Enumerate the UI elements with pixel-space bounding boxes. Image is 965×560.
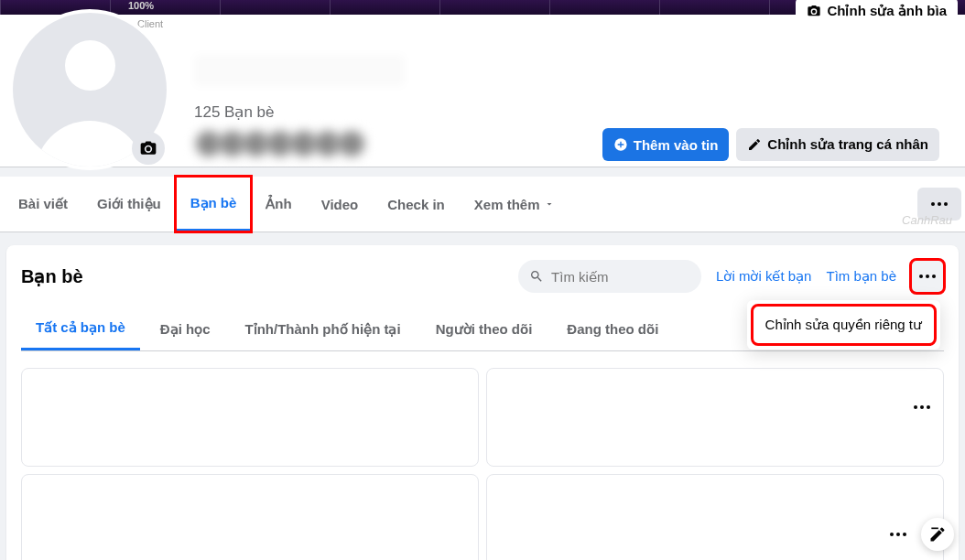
search-icon [529, 269, 544, 284]
change-avatar-button[interactable] [132, 132, 165, 165]
dots-horizontal-icon [919, 275, 936, 278]
friends-more-dropdown: Chỉnh sửa quyền riêng tư [747, 300, 940, 350]
dots-horizontal-icon [914, 405, 930, 409]
profile-tabs: Bài viết Giới thiệu Bạn bè Ảnh Video Che… [0, 177, 965, 232]
dots-horizontal-icon [931, 202, 948, 206]
edit-cover-label: Chỉnh sửa ảnh bìa [827, 3, 947, 19]
edit-profile-button[interactable]: Chỉnh sửa trang cá nhân [736, 128, 939, 161]
friend-avatars-strip[interactable] [194, 129, 405, 158]
friend-card-more-button[interactable] [914, 405, 930, 409]
sub-tab-university[interactable]: Đại học [146, 307, 225, 350]
friends-card: Bạn bè Lời mời kết bạn Tìm bạn bè Chỉnh … [6, 245, 959, 560]
watermark-label: CanhRau [902, 213, 952, 227]
pencil-icon [747, 137, 762, 152]
edit-cover-button[interactable]: Chỉnh sửa ảnh bìa [796, 0, 958, 25]
tab-about[interactable]: Giới thiệu [82, 177, 176, 232]
tab-friends[interactable]: Bạn bè [176, 177, 252, 232]
friends-search-input[interactable] [551, 269, 690, 285]
tab-checkins[interactable]: Check in [373, 177, 460, 232]
sub-tab-following[interactable]: Đang theo dõi [552, 307, 673, 350]
friends-more-button[interactable] [911, 260, 944, 293]
sub-tab-followers[interactable]: Người theo dõi [421, 307, 548, 350]
add-to-story-label: Thêm vào tin [634, 137, 719, 153]
tab-videos[interactable]: Video [307, 177, 374, 232]
floating-actions [890, 518, 954, 551]
tab-more[interactable]: Xem thêm [460, 177, 569, 232]
tab-photos[interactable]: Ảnh [251, 177, 306, 232]
floating-compose-button[interactable] [921, 518, 954, 551]
friend-card[interactable] [21, 368, 479, 467]
floating-more[interactable] [890, 533, 906, 536]
edit-privacy-menu-item[interactable]: Chỉnh sửa quyền riêng tư [754, 307, 933, 342]
friend-requests-link[interactable]: Lời mời kết bạn [716, 268, 811, 285]
friend-card[interactable] [21, 474, 479, 560]
friends-count-label[interactable]: 125 Bạn bè [194, 102, 405, 122]
camera-icon [807, 4, 821, 18]
friends-search-box[interactable] [518, 260, 701, 293]
profile-name-blurred [194, 55, 405, 86]
camera-icon [139, 139, 157, 157]
sub-tab-current-city[interactable]: Tỉnh/Thành phố hiện tại [231, 307, 416, 350]
friends-grid [21, 368, 944, 560]
add-to-story-button[interactable]: Thêm vào tin [602, 128, 730, 161]
edit-profile-label: Chỉnh sửa trang cá nhân [767, 136, 928, 153]
friend-card[interactable] [486, 368, 944, 467]
profile-header: 125 Bạn bè Thêm vào tin Chỉnh sửa trang … [0, 15, 965, 167]
caret-down-icon [544, 199, 555, 210]
plus-circle-icon [613, 137, 628, 152]
friends-card-title: Bạn bè [21, 265, 83, 287]
tab-more-label: Xem thêm [474, 197, 540, 212]
find-friends-link[interactable]: Tìm bạn bè [826, 268, 896, 285]
compose-icon [928, 525, 947, 544]
friend-card[interactable] [486, 474, 944, 560]
profile-picture-wrap [9, 9, 170, 170]
cover-percent-label: 100% [128, 0, 154, 11]
tab-posts[interactable]: Bài viết [4, 177, 82, 232]
sub-tab-all-friends[interactable]: Tất cả bạn bè [21, 307, 140, 350]
